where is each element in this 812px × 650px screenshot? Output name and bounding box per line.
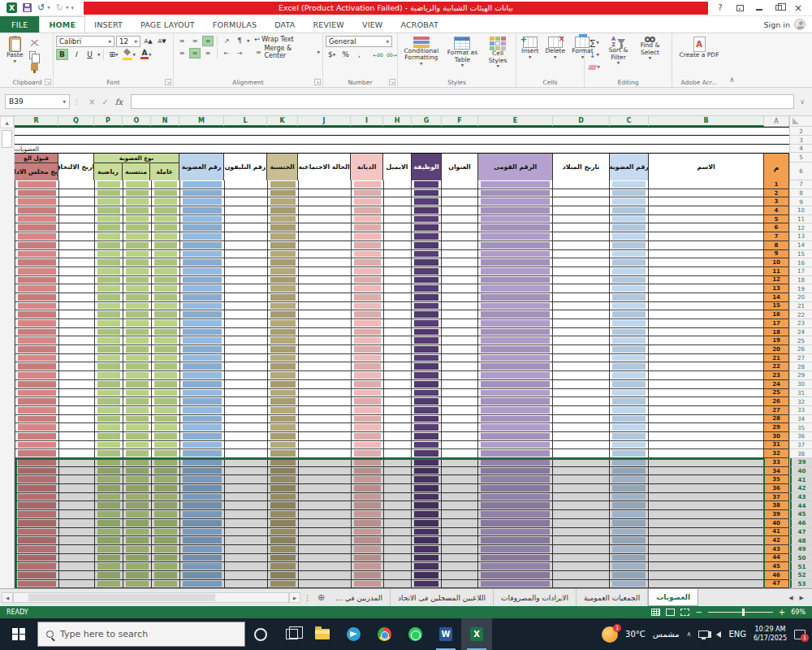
cell-C41[interactable] xyxy=(610,475,649,483)
cell-A51[interactable]: 45 xyxy=(764,562,789,570)
percent-button[interactable]: % xyxy=(339,49,352,60)
column-header-O[interactable]: O xyxy=(123,116,151,127)
sheet-row-4[interactable]: العضويات xyxy=(15,145,789,153)
cell-L31[interactable] xyxy=(225,389,268,397)
cell-F15[interactable] xyxy=(442,250,478,258)
cell-D42[interactable] xyxy=(553,484,610,492)
restore-button[interactable] xyxy=(770,2,788,14)
cell-J34[interactable] xyxy=(299,415,352,423)
cell-G16[interactable] xyxy=(412,258,442,266)
cell-H30[interactable] xyxy=(384,380,412,388)
cell-G12[interactable] xyxy=(412,223,442,232)
cell-N18[interactable] xyxy=(152,276,180,284)
cell-L43[interactable] xyxy=(225,493,268,501)
cell-Q48[interactable] xyxy=(59,536,95,544)
cell-A8[interactable]: 2 xyxy=(764,189,789,197)
cell-B23[interactable] xyxy=(649,319,764,327)
cell-H12[interactable] xyxy=(384,223,412,232)
cell-J35[interactable] xyxy=(299,423,352,431)
cell-J48[interactable] xyxy=(299,536,352,544)
cell-O20[interactable] xyxy=(123,293,152,301)
cell-P22[interactable] xyxy=(95,310,123,318)
cell-E17[interactable] xyxy=(478,267,553,275)
row-header-42[interactable]: 42 xyxy=(790,484,812,493)
cell-A44[interactable]: 38 xyxy=(764,501,789,509)
cell-Q14[interactable] xyxy=(59,241,95,249)
cell-G19[interactable] xyxy=(412,284,442,292)
cell-E49[interactable] xyxy=(478,545,553,553)
cell-C29[interactable] xyxy=(610,371,649,379)
cell-J13[interactable] xyxy=(299,232,352,240)
cell-R52[interactable] xyxy=(15,571,59,579)
cell-B9[interactable] xyxy=(649,197,764,206)
cell-Q53[interactable] xyxy=(59,580,95,588)
cell-K52[interactable] xyxy=(268,571,299,579)
cell-D18[interactable] xyxy=(553,276,610,284)
cell-C48[interactable] xyxy=(610,536,649,544)
cell-R35[interactable] xyxy=(15,423,59,431)
cell-R33[interactable] xyxy=(15,406,59,414)
cell-I26[interactable] xyxy=(352,345,384,353)
cell-F38[interactable] xyxy=(442,449,478,457)
cell-M37[interactable] xyxy=(180,441,225,449)
cell-I12[interactable] xyxy=(352,223,384,232)
cell-L18[interactable] xyxy=(225,276,268,284)
cell-A18[interactable]: 12 xyxy=(764,276,789,284)
cell-R17[interactable] xyxy=(15,267,59,275)
language-indicator[interactable]: ENG xyxy=(728,630,746,639)
cell-C23[interactable] xyxy=(610,319,649,327)
cell-D11[interactable] xyxy=(553,215,610,223)
cell-K37[interactable] xyxy=(268,441,299,449)
cell-D23[interactable] xyxy=(553,319,610,327)
cell-F10[interactable] xyxy=(442,206,478,214)
cell-F35[interactable] xyxy=(442,423,478,431)
row-header-2[interactable]: 2 xyxy=(790,127,812,136)
cell-Q34[interactable] xyxy=(59,415,95,423)
excel-icon[interactable]: X xyxy=(461,618,492,650)
cell-G14[interactable] xyxy=(412,241,442,249)
cell-A9[interactable]: 3 xyxy=(764,197,789,206)
cell-E52[interactable] xyxy=(478,571,553,579)
ribbon-tab-insert[interactable]: INSERT xyxy=(85,16,132,32)
cell-H41[interactable] xyxy=(384,475,412,483)
ribbon-tab-data[interactable]: DATA xyxy=(266,16,304,32)
cell-Q16[interactable] xyxy=(59,258,95,266)
align-left-button[interactable]: ≡ xyxy=(176,48,188,58)
cell-J47[interactable] xyxy=(299,528,352,536)
cell-H32[interactable] xyxy=(384,397,412,405)
cell-D34[interactable] xyxy=(553,415,610,423)
cell-D48[interactable] xyxy=(553,536,610,544)
cell-H47[interactable] xyxy=(384,528,412,536)
cell-N27[interactable] xyxy=(152,354,180,362)
sheet-row-36[interactable]: 30 xyxy=(15,432,789,441)
row-header-8[interactable]: 8 xyxy=(790,189,812,198)
cell-R14[interactable] xyxy=(15,241,59,249)
horizontal-scroll-thumb[interactable] xyxy=(28,594,215,601)
zoom-in-button[interactable]: + xyxy=(779,609,785,617)
cell-B17[interactable] xyxy=(649,267,764,275)
cell-H34[interactable] xyxy=(384,415,412,423)
cell-J52[interactable] xyxy=(299,571,352,579)
cell-M17[interactable] xyxy=(180,267,225,275)
new-sheet-button[interactable]: ⊕ xyxy=(314,589,328,606)
cell-J23[interactable] xyxy=(299,319,352,327)
cell-I7[interactable] xyxy=(352,180,384,188)
cell-P9[interactable] xyxy=(95,197,123,206)
cell-A49[interactable]: 43 xyxy=(764,545,789,553)
grow-font-button[interactable]: A▲ xyxy=(142,36,154,47)
cell-N49[interactable] xyxy=(152,545,180,553)
cell-Q45[interactable] xyxy=(59,510,95,518)
column-header-E[interactable]: E xyxy=(478,116,553,127)
cell-A31[interactable]: 25 xyxy=(764,389,789,397)
cell-M28[interactable] xyxy=(180,362,225,370)
cell-G17[interactable] xyxy=(412,267,442,275)
increase-indent-button[interactable]: → xyxy=(234,48,245,58)
row-header-43[interactable]: 43 xyxy=(790,493,812,502)
cell-Q42[interactable] xyxy=(59,484,95,492)
cell-Q9[interactable] xyxy=(59,197,95,206)
row-header-25[interactable]: 25 xyxy=(790,336,812,345)
cell-R38[interactable] xyxy=(15,449,59,457)
cell-G25[interactable] xyxy=(412,336,442,344)
cell-D38[interactable] xyxy=(553,449,610,457)
cell-E41[interactable] xyxy=(478,475,553,483)
